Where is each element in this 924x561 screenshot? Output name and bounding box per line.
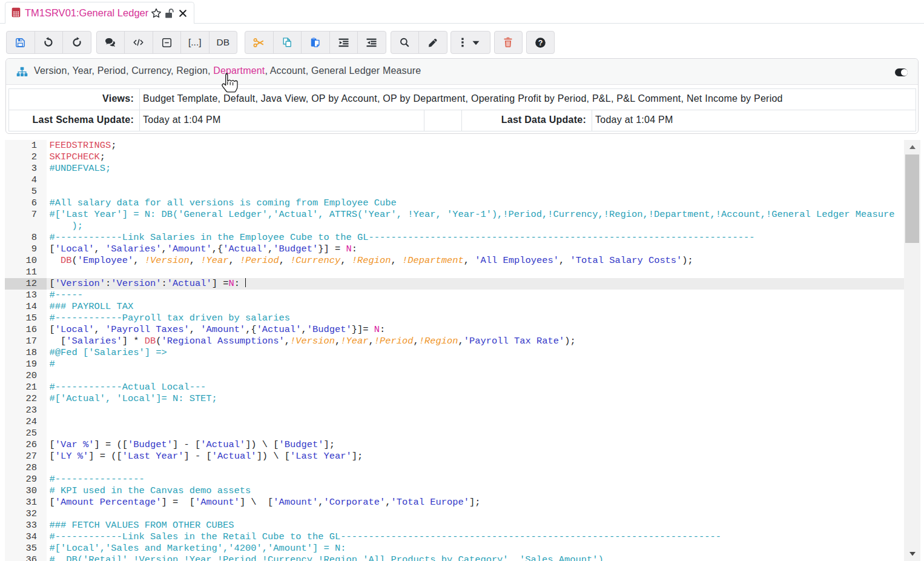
svg-text:?: ?	[538, 39, 543, 47]
